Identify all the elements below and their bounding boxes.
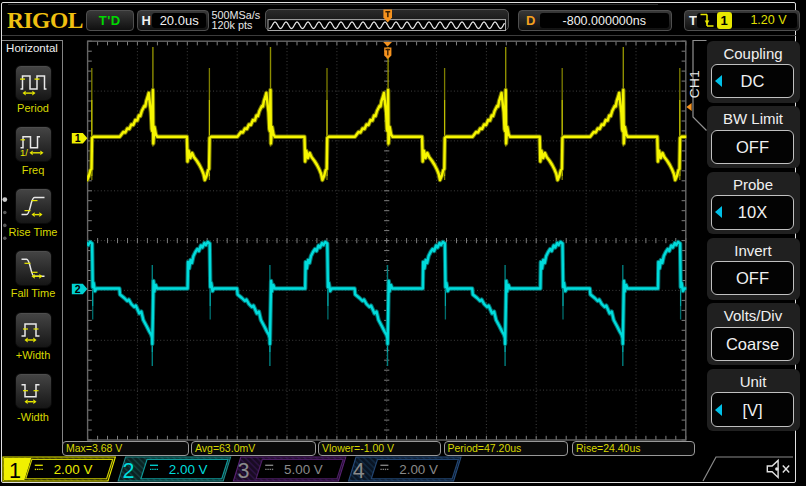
svg-text:1/: 1/ <box>20 147 28 158</box>
svg-text:CH1: CH1 <box>687 70 702 99</box>
svg-text:1: 1 <box>75 132 81 144</box>
svg-text:3: 3 <box>238 459 250 483</box>
svg-text:2.00 V: 2.00 V <box>399 462 438 477</box>
svg-text:2.00 V: 2.00 V <box>169 462 208 477</box>
svg-text:4: 4 <box>353 459 365 483</box>
svg-text:2: 2 <box>122 459 134 483</box>
svg-text:2: 2 <box>75 283 81 295</box>
svg-text:1: 1 <box>9 459 21 483</box>
svg-text:2.00 V: 2.00 V <box>54 462 93 477</box>
svg-text:5.00 V: 5.00 V <box>284 462 323 477</box>
